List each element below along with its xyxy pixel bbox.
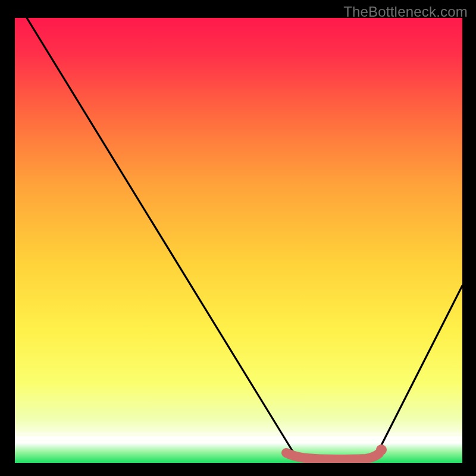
plot-area: [15, 18, 462, 463]
chart-stage: TheBottleneck.com: [0, 0, 476, 476]
operating-point-marker: [376, 444, 387, 455]
optimum-band: [286, 453, 379, 459]
watermark-text: TheBottleneck.com: [343, 4, 468, 20]
bottleneck-curve: [15, 18, 462, 463]
curve-path: [27, 18, 462, 460]
